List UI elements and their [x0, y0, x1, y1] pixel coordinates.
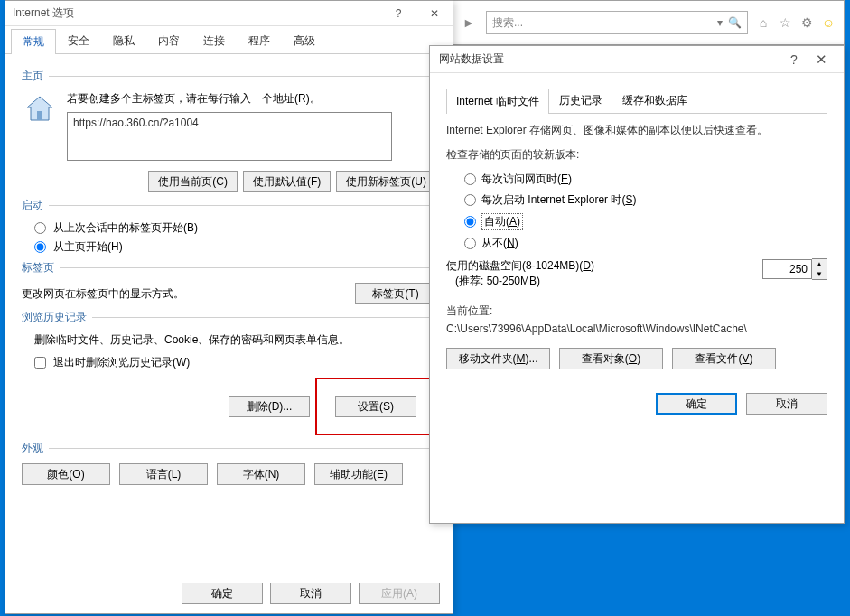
tab-privacy[interactable]: 隐私 [101, 28, 146, 53]
search-placeholder: 搜索... [492, 15, 523, 31]
colors-button[interactable]: 颜色(O) [22, 463, 110, 485]
tabs-desc: 更改网页在标签页中的显示方式。 [22, 286, 184, 302]
cancel-button[interactable]: 取消 [270, 583, 351, 604]
gear-icon[interactable]: ⚙ [799, 14, 815, 31]
check-newer-label: 检查存储的页面的较新版本: [446, 147, 827, 163]
help-button[interactable]: ? [380, 1, 416, 26]
search-input[interactable]: 搜索... ▾ 🔍 [486, 11, 748, 34]
history-desc: 删除临时文件、历史记录、Cookie、保存的密码和网页表单信息。 [34, 332, 436, 348]
cancel-button[interactable]: 取消 [746, 393, 827, 415]
window-close[interactable]: ✕ [808, 0, 844, 6]
intro-text: Internet Explorer 存储网页、图像和媒体的副本以便以后快速查看。 [446, 123, 827, 138]
window-minimize[interactable]: — [735, 0, 771, 6]
home-icon[interactable]: ⌂ [755, 14, 771, 31]
tab-strip: Internet 临时文件 历史记录 缓存和数据库 [446, 88, 827, 114]
tab-connections[interactable]: 连接 [191, 28, 237, 53]
current-location-path: C:\Users\73996\AppData\Local\Microsoft\W… [446, 322, 827, 335]
disk-space-label: 使用的磁盘空间(8-1024MB)(D) [446, 258, 594, 274]
tab-programs[interactable]: 程序 [237, 28, 282, 53]
disk-space-input[interactable] [762, 259, 812, 279]
homepage-url-input[interactable] [67, 112, 392, 161]
ok-button[interactable]: 确定 [656, 393, 737, 415]
favorites-icon[interactable]: ☆ [777, 14, 793, 31]
current-location-label: 当前位置: [446, 303, 827, 319]
startup-homepage-radio[interactable] [34, 241, 46, 253]
titlebar: 网站数据设置 ? ✕ [430, 46, 844, 73]
delete-on-exit-checkbox[interactable] [34, 357, 46, 369]
every-visit-radio[interactable] [464, 173, 476, 185]
view-objects-button[interactable]: 查看对象(O) [559, 348, 663, 369]
history-settings-button[interactable]: 设置(S) [335, 396, 416, 417]
window-maximize[interactable]: ☐ [771, 0, 808, 6]
delete-history-button[interactable]: 删除(D)... [229, 396, 310, 417]
section-homepage: 主页 [22, 69, 43, 84]
highlight-box: 设置(S) [315, 378, 436, 435]
section-startup: 启动 [22, 198, 43, 213]
browser-toolbar: ◄ ► 搜索... ▾ 🔍 ⌂ ☆ ⚙ ☺ — ☐ ✕ [429, 0, 845, 45]
tab-history[interactable]: 历史记录 [549, 88, 612, 113]
svg-rect-1 [37, 111, 42, 120]
tab-advanced[interactable]: 高级 [282, 28, 327, 53]
move-folder-button[interactable]: 移动文件夹(M)... [446, 348, 550, 369]
search-icon[interactable]: 🔍 [728, 16, 742, 29]
homepage-desc: 若要创建多个主标签页，请在每行输入一个地址(R)。 [67, 91, 436, 107]
dialog-title: Internet 选项 [13, 5, 380, 21]
never-radio[interactable] [464, 238, 476, 249]
tab-content[interactable]: 内容 [146, 28, 191, 53]
section-appearance: 外观 [22, 441, 43, 456]
every-start-radio[interactable] [464, 194, 476, 206]
startup-last-session-radio[interactable] [34, 222, 46, 234]
accessibility-button[interactable]: 辅助功能(E) [314, 463, 403, 485]
dialog-title: 网站数据设置 [439, 51, 780, 67]
smiley-icon[interactable]: ☺ [820, 14, 836, 31]
tabs-button[interactable]: 标签页(T) [355, 283, 436, 304]
tab-temp-files[interactable]: Internet 临时文件 [446, 89, 549, 114]
apply-button[interactable]: 应用(A) [359, 583, 440, 604]
tab-security[interactable]: 安全 [56, 28, 101, 53]
fonts-button[interactable]: 字体(N) [217, 463, 305, 485]
tab-cache-db[interactable]: 缓存和数据库 [612, 88, 697, 113]
tab-strip: 常规 安全 隐私 内容 连接 程序 高级 [5, 28, 453, 54]
use-default-button[interactable]: 使用默认值(F) [243, 171, 331, 192]
section-history: 浏览历史记录 [22, 310, 87, 325]
use-newtab-button[interactable]: 使用新标签页(U) [336, 171, 436, 192]
ok-button[interactable]: 确定 [182, 583, 263, 604]
titlebar: Internet 选项 ? ✕ [5, 1, 453, 26]
help-button[interactable]: ? [780, 52, 808, 67]
website-data-settings-dialog: 网站数据设置 ? ✕ Internet 临时文件 历史记录 缓存和数据库 Int… [429, 45, 845, 524]
forward-button[interactable]: ► [459, 13, 479, 33]
internet-options-dialog: Internet 选项 ? ✕ 常规 安全 隐私 内容 连接 程序 高级 主页 … [5, 0, 453, 614]
section-tabs: 标签页 [22, 260, 54, 275]
use-current-button[interactable]: 使用当前页(C) [148, 171, 238, 192]
spin-up[interactable]: ▲ [812, 259, 827, 269]
languages-button[interactable]: 语言(L) [119, 463, 208, 485]
tab-general[interactable]: 常规 [11, 29, 56, 54]
home-icon [22, 91, 58, 127]
close-button[interactable]: ✕ [808, 51, 835, 68]
spin-down[interactable]: ▼ [812, 269, 827, 279]
close-button[interactable]: ✕ [416, 1, 453, 26]
view-files-button[interactable]: 查看文件(V) [672, 348, 776, 369]
auto-radio[interactable] [464, 216, 476, 228]
disk-space-spinner[interactable]: ▲ ▼ [762, 258, 827, 280]
disk-space-hint: (推荐: 50-250MB) [455, 274, 594, 289]
